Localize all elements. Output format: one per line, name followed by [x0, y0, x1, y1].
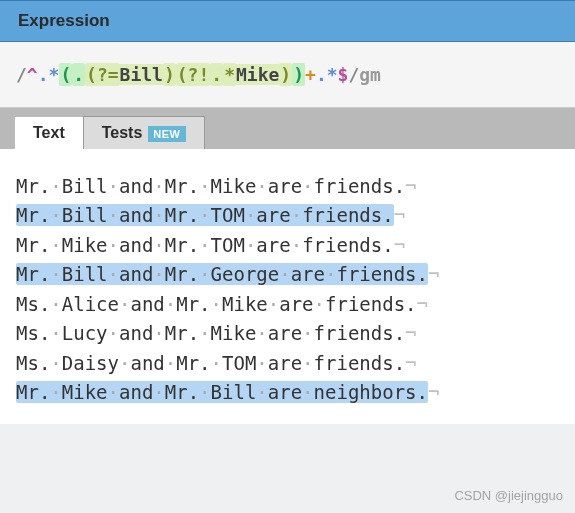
tabs-bar: Text TestsNEW: [0, 108, 575, 156]
text-line: Mr.·Bill·and·Mr.·TOM·are·friends.¬: [16, 201, 559, 230]
expression-header: Expression: [0, 0, 575, 42]
return-glyph: ¬: [394, 234, 405, 256]
regex-star: *: [327, 64, 338, 85]
regex-open-delim: /: [16, 64, 27, 85]
text-line: Mr.·Bill·and·Mr.·Mike·are·friends.¬: [16, 172, 559, 201]
regex-lookahead-close: ): [163, 63, 176, 86]
text-line: Ms.·Alice·and·Mr.·Mike·are·friends.¬: [16, 290, 559, 319]
return-glyph: ¬: [394, 204, 405, 226]
text-line: Mr.·Mike·and·Mr.·Bill·are·neighbors.¬: [16, 378, 559, 407]
text-span: Mr.·Bill·and·Mr.·Mike·are·friends.: [16, 175, 405, 197]
match-highlight: Mr.·Bill·and·Mr.·George·are·friends.: [16, 263, 428, 285]
regex-dot: .: [316, 64, 327, 85]
match-highlight: Mr.·Bill·and·Mr.·TOM·are·friends.: [16, 204, 394, 226]
regex-close-delim: /: [348, 64, 359, 85]
text-span: Ms.·Alice·and·Mr.·Mike·are·friends.: [16, 293, 417, 315]
text-line: Ms.·Lucy·and·Mr.·Mike·are·friends.¬: [16, 319, 559, 348]
new-badge: NEW: [148, 126, 185, 142]
regex-anchor-start: ^: [27, 64, 38, 85]
regex-literal-bill: Bill: [120, 64, 163, 85]
text-span: Ms.·Lucy·and·Mr.·Mike·are·friends.: [16, 322, 405, 344]
text-line: Ms.·Daisy·and·Mr.·TOM·are·friends.¬: [16, 349, 559, 378]
return-glyph: ¬: [417, 293, 428, 315]
regex-literal-mike: Mike: [236, 64, 279, 85]
text-span: Mr.·Mike·and·Mr.·TOM·are·friends.: [16, 234, 394, 256]
regex-group-open: (: [59, 63, 72, 86]
tab-text[interactable]: Text: [14, 116, 84, 149]
tab-tests-label: Tests: [102, 124, 143, 141]
regex-dot: .: [38, 64, 49, 85]
tab-tests[interactable]: TestsNEW: [83, 116, 205, 149]
match-highlight: Mr.·Mike·and·Mr.·Bill·are·neighbors.: [16, 381, 428, 403]
regex-plus: +: [305, 64, 316, 85]
return-glyph: ¬: [405, 322, 416, 344]
regex-star: *: [223, 63, 236, 86]
regex-expression-bar[interactable]: /^.*(.(?=Bill)(?!.*Mike))+.*$/gm: [0, 42, 575, 108]
text-span: Ms.·Daisy·and·Mr.·TOM·are·friends.: [16, 352, 405, 374]
regex-group-close: ): [292, 63, 305, 86]
watermark: CSDN @jiejingguo: [454, 488, 563, 503]
text-line: Mr.·Bill·and·Mr.·George·are·friends.¬: [16, 260, 559, 289]
regex-dot: .: [72, 63, 85, 86]
return-glyph: ¬: [405, 352, 416, 374]
text-line: Mr.·Mike·and·Mr.·TOM·are·friends.¬: [16, 231, 559, 260]
regex-star: *: [49, 64, 60, 85]
regex-dot: .: [210, 63, 223, 86]
tab-text-label: Text: [33, 124, 65, 141]
regex-lookahead-open: (?=: [85, 63, 120, 86]
header-title: Expression: [18, 11, 110, 30]
regex-neglookahead-open: (?!: [176, 63, 211, 86]
return-glyph: ¬: [405, 175, 416, 197]
return-glyph: ¬: [428, 263, 439, 285]
text-content-area[interactable]: Mr.·Bill·and·Mr.·Mike·are·friends.¬Mr.·B…: [0, 156, 575, 424]
regex-anchor-end: $: [338, 64, 349, 85]
regex-flags: gm: [359, 64, 381, 85]
regex-neglookahead-close: ): [279, 63, 292, 86]
return-glyph: ¬: [428, 381, 439, 403]
